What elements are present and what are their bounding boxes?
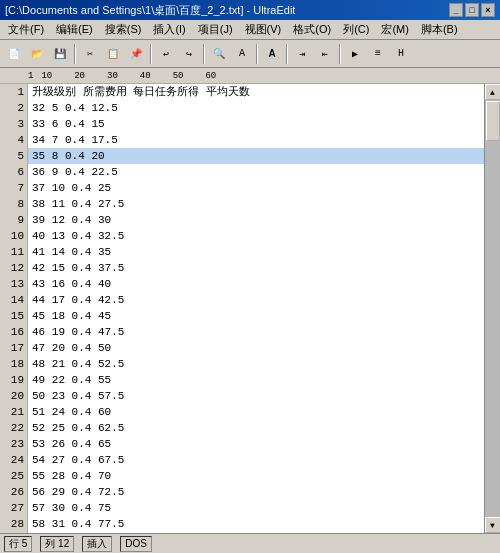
line-number-28: 28: [0, 516, 27, 532]
scroll-down-button[interactable]: ▼: [485, 517, 501, 533]
toolbar-paste[interactable]: 📌: [125, 43, 147, 65]
toolbar-sep4: [256, 44, 258, 64]
text-line-1[interactable]: 升级级别 所需费用 每日任务所得 平均天数: [28, 84, 484, 100]
title-text: [C:\Documents and Settings\1\桌面\百度_2_2.t…: [5, 3, 295, 18]
minimize-button[interactable]: _: [449, 3, 463, 17]
text-line-2[interactable]: 32 5 0.4 12.5: [28, 100, 484, 116]
text-line-13[interactable]: 43 16 0.4 40: [28, 276, 484, 292]
toolbar-copy[interactable]: 📋: [102, 43, 124, 65]
line-number-27: 27: [0, 500, 27, 516]
text-line-15[interactable]: 45 18 0.4 45: [28, 308, 484, 324]
toolbar-find[interactable]: 🔍: [208, 43, 230, 65]
line-number-6: 6: [0, 164, 27, 180]
title-bar: [C:\Documents and Settings\1\桌面\百度_2_2.t…: [0, 0, 500, 20]
text-line-14[interactable]: 44 17 0.4 42.5: [28, 292, 484, 308]
menu-item-o[interactable]: 格式(O): [287, 21, 337, 38]
toolbar-undo[interactable]: ↩: [155, 43, 177, 65]
ruler-tick-10: 10: [41, 71, 52, 81]
text-line-3[interactable]: 33 6 0.4 15: [28, 116, 484, 132]
text-line-8[interactable]: 38 11 0.4 27.5: [28, 196, 484, 212]
toolbar-bold[interactable]: A: [261, 43, 283, 65]
toolbar-sep1: [74, 44, 76, 64]
menu-item-c[interactable]: 列(C): [337, 21, 375, 38]
toolbar-open[interactable]: 📂: [26, 43, 48, 65]
text-line-25[interactable]: 55 28 0.4 70: [28, 468, 484, 484]
text-line-24[interactable]: 54 27 0.4 67.5: [28, 452, 484, 468]
menu-item-m[interactable]: 宏(M): [375, 21, 415, 38]
text-line-4[interactable]: 34 7 0.4 17.5: [28, 132, 484, 148]
text-line-19[interactable]: 49 22 0.4 55: [28, 372, 484, 388]
line-numbers: 1234567891011121314151617181920212223242…: [0, 84, 28, 533]
line-number-25: 25: [0, 468, 27, 484]
status-encoding: DOS: [120, 536, 152, 552]
close-button[interactable]: ×: [481, 3, 495, 17]
toolbar: 📄 📂 💾 ✂ 📋 📌 ↩ ↪ 🔍 A A ⇥ ⇤ ▶ ≡ H: [0, 40, 500, 68]
text-line-23[interactable]: 53 26 0.4 65: [28, 436, 484, 452]
text-line-26[interactable]: 56 29 0.4 72.5: [28, 484, 484, 500]
toolbar-redo[interactable]: ↪: [178, 43, 200, 65]
menu-item-j[interactable]: 项目(J): [192, 21, 239, 38]
text-line-17[interactable]: 47 20 0.4 50: [28, 340, 484, 356]
line-number-16: 16: [0, 324, 27, 340]
scroll-track[interactable]: [485, 100, 501, 517]
line-number-10: 10: [0, 228, 27, 244]
line-number-4: 4: [0, 132, 27, 148]
text-line-7[interactable]: 37 10 0.4 25: [28, 180, 484, 196]
line-number-29: 29: [0, 532, 27, 533]
menu-item-s[interactable]: 搜索(S): [99, 21, 148, 38]
maximize-button[interactable]: □: [465, 3, 479, 17]
line-number-9: 9: [0, 212, 27, 228]
scroll-up-button[interactable]: ▲: [485, 84, 501, 100]
line-number-18: 18: [0, 356, 27, 372]
text-line-29[interactable]: 59 32 0.4 80: [28, 532, 484, 533]
line-number-19: 19: [0, 372, 27, 388]
text-line-9[interactable]: 39 12 0.4 30: [28, 212, 484, 228]
text-line-16[interactable]: 46 19 0.4 47.5: [28, 324, 484, 340]
toolbar-new[interactable]: 📄: [3, 43, 25, 65]
text-line-20[interactable]: 50 23 0.4 57.5: [28, 388, 484, 404]
toolbar-sep6: [339, 44, 341, 64]
line-number-7: 7: [0, 180, 27, 196]
window-buttons: _ □ ×: [449, 3, 495, 17]
line-number-26: 26: [0, 484, 27, 500]
text-line-10[interactable]: 40 13 0.4 32.5: [28, 228, 484, 244]
toolbar-sep2: [150, 44, 152, 64]
line-number-5: 5: [0, 148, 27, 164]
toolbar-indent[interactable]: ⇥: [291, 43, 313, 65]
line-number-24: 24: [0, 452, 27, 468]
toolbar-cut[interactable]: ✂: [79, 43, 101, 65]
ruler-content: 1 10 20 30 40 50 60: [28, 71, 500, 81]
text-line-11[interactable]: 41 14 0.4 35: [28, 244, 484, 260]
toolbar-save[interactable]: 💾: [49, 43, 71, 65]
text-line-6[interactable]: 36 9 0.4 22.5: [28, 164, 484, 180]
scrollbar: ▲ ▼: [484, 84, 500, 533]
text-line-12[interactable]: 42 15 0.4 37.5: [28, 260, 484, 276]
menu-item-f[interactable]: 文件(F): [2, 21, 50, 38]
text-line-27[interactable]: 57 30 0.4 75: [28, 500, 484, 516]
line-number-8: 8: [0, 196, 27, 212]
toolbar-sep5: [286, 44, 288, 64]
menu-item-b[interactable]: 脚本(B): [415, 21, 464, 38]
toolbar-macro[interactable]: ▶: [344, 43, 366, 65]
text-line-18[interactable]: 48 21 0.4 52.5: [28, 356, 484, 372]
text-line-22[interactable]: 52 25 0.4 62.5: [28, 420, 484, 436]
menu-item-v[interactable]: 视图(V): [239, 21, 288, 38]
text-line-28[interactable]: 58 31 0.4 77.5: [28, 516, 484, 532]
text-line-21[interactable]: 51 24 0.4 60: [28, 404, 484, 420]
menu-item-e[interactable]: 编辑(E): [50, 21, 99, 38]
toolbar-sep3: [203, 44, 205, 64]
toolbar-hex[interactable]: H: [390, 43, 412, 65]
line-number-2: 2: [0, 100, 27, 116]
menu-item-i[interactable]: 插入(I): [147, 21, 191, 38]
ruler-tick-60: 60: [205, 71, 216, 81]
ruler-tick-50: 50: [173, 71, 184, 81]
toolbar-col[interactable]: ≡: [367, 43, 389, 65]
line-number-20: 20: [0, 388, 27, 404]
ruler-start: 1: [28, 71, 33, 81]
toolbar-replace[interactable]: A: [231, 43, 253, 65]
text-content[interactable]: 升级级别 所需费用 每日任务所得 平均天数32 5 0.4 12.533 6 0…: [28, 84, 484, 533]
text-line-5[interactable]: 35 8 0.4 20: [28, 148, 484, 164]
toolbar-outdent[interactable]: ⇤: [314, 43, 336, 65]
scroll-thumb[interactable]: [486, 101, 500, 141]
line-number-17: 17: [0, 340, 27, 356]
